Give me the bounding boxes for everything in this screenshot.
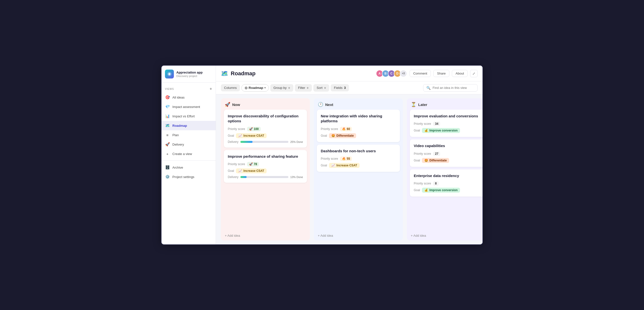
- card-title: Dashboards for non-tech users: [321, 149, 396, 154]
- card-priority-row: Priority score 34: [414, 122, 482, 126]
- search-box[interactable]: 🔍: [423, 84, 478, 92]
- priority-score: 🚀 100: [247, 127, 261, 131]
- roadmap-dropdown-label: Roadmap: [248, 86, 263, 90]
- card-card-1[interactable]: Improve discoverability of configuration…: [224, 110, 307, 148]
- impact-vs-effort-icon: 📊: [165, 114, 170, 119]
- chevron-down-icon: ▾: [264, 86, 266, 89]
- card-goal-row: Goal 📈 Increase CSAT: [321, 163, 396, 168]
- sidebar-item-label: Plan: [172, 133, 179, 137]
- group-by-label: Group by: [274, 86, 287, 90]
- goal-badge: 💰 Improve conversion: [422, 128, 460, 133]
- goal-icon: 🤩: [424, 159, 428, 162]
- sidebar: Appreciation app Discovery project VIEWS…: [162, 66, 216, 244]
- card-title: Video capabilities: [414, 143, 482, 148]
- priority-score: 34: [433, 122, 440, 126]
- sidebar-item-create-view[interactable]: + Create a view: [162, 149, 216, 158]
- columns-button[interactable]: Columns: [221, 84, 240, 91]
- sidebar-divider: [162, 160, 216, 161]
- add-idea-button-next[interactable]: + Add idea: [314, 231, 403, 240]
- delivery-label: Delivery: [228, 140, 238, 144]
- column-header-next: 🕐Next: [314, 98, 403, 110]
- sidebar-item-label: Delivery: [172, 143, 184, 146]
- card-card-4[interactable]: Dashboards for non-tech users Priority s…: [317, 145, 400, 172]
- sidebar-item-label: Impact assessment: [172, 105, 200, 109]
- card-priority-row: Priority score 27: [414, 152, 482, 156]
- app-icon: [165, 70, 174, 79]
- sidebar-nav: 🎯 All ideas 💎 Impact assessment 📊 Impact…: [162, 93, 216, 244]
- app-subtitle: Discovery project: [176, 75, 202, 78]
- add-idea-button-later[interactable]: + Add idea: [407, 231, 482, 240]
- card-card-6[interactable]: Video capabilities Priority score 27 Goa…: [410, 139, 482, 167]
- sidebar-item-project-settings[interactable]: ⚙️ Project settings: [162, 172, 216, 181]
- card-card-2[interactable]: Improve performance of sharing feature P…: [224, 150, 307, 183]
- goal-icon: 📈: [332, 164, 335, 167]
- delivery-icon: 🚀: [165, 142, 170, 147]
- goal-badge: 🤩 Differentiate: [329, 133, 356, 138]
- main-header: 🗺️ Roadmap A B C D +3 Comment Share Abou…: [216, 66, 482, 82]
- goal-label: Goal: [414, 129, 420, 132]
- column-body-now: Improve discoverability of configuration…: [221, 110, 310, 231]
- filter-button[interactable]: Filter +: [295, 84, 312, 92]
- collaborators-avatars: A B C D +3: [376, 70, 407, 77]
- filter-label: Filter: [298, 86, 305, 90]
- card-delivery-row: Delivery 13% Done: [228, 175, 303, 179]
- sidebar-item-archive[interactable]: 🗄️ Archive: [162, 163, 216, 172]
- goal-badge: 🤩 Differentiate: [422, 158, 449, 163]
- sidebar-item-plan[interactable]: ≡ Plan: [162, 130, 216, 140]
- project-settings-icon: ⚙️: [165, 174, 170, 179]
- delivery-bar-fill: [240, 141, 252, 143]
- roadmap-dropdown-icon: ⊙: [244, 86, 248, 90]
- column-icon-now: 🚀: [225, 102, 230, 107]
- sidebar-item-all-ideas[interactable]: 🎯 All ideas: [162, 93, 216, 102]
- sidebar-item-label: Project settings: [172, 175, 194, 179]
- delivery-bar-fill: [240, 176, 246, 178]
- sidebar-item-label: Archive: [172, 166, 183, 169]
- goal-icon: 💰: [424, 129, 428, 132]
- group-by-plus-icon: +: [288, 86, 290, 90]
- sidebar-item-delivery[interactable]: 🚀 Delivery: [162, 140, 216, 149]
- column-label-later: Later: [418, 103, 427, 107]
- card-card-3[interactable]: New integration with video sharing platf…: [317, 110, 400, 142]
- all-ideas-icon: 🎯: [165, 95, 170, 100]
- about-button[interactable]: About: [452, 70, 468, 77]
- add-view-icon[interactable]: +: [210, 87, 212, 91]
- priority-label: Priority score: [414, 152, 431, 155]
- group-by-button[interactable]: Group by +: [270, 84, 294, 92]
- sidebar-item-roadmap[interactable]: 🗺️ Roadmap: [162, 121, 216, 130]
- sidebar-item-label: All ideas: [172, 96, 184, 99]
- add-idea-button-now[interactable]: + Add idea: [221, 231, 310, 240]
- column-icon-later: ⏳: [411, 102, 416, 107]
- sort-label: Sort: [316, 86, 322, 90]
- header-actions: A B C D +3 Comment Share About ⤢: [376, 70, 478, 77]
- delivery-percent: 25% Done: [290, 140, 303, 143]
- roadmap-icon: 🗺️: [165, 123, 170, 128]
- expand-button[interactable]: ⤢: [470, 70, 478, 77]
- share-button[interactable]: Share: [433, 70, 449, 77]
- sort-button[interactable]: Sort +: [313, 84, 329, 92]
- sidebar-item-impact-vs-effort[interactable]: 📊 Impact vs Effort: [162, 111, 216, 121]
- priority-label: Priority score: [228, 127, 245, 131]
- fields-button[interactable]: Fields 3: [331, 84, 349, 91]
- card-title: Improve discoverability of configuration…: [228, 114, 303, 124]
- filter-plus-icon: +: [307, 86, 309, 90]
- priority-icon: 🔥: [342, 127, 346, 131]
- priority-score: 🔥 60: [340, 127, 352, 131]
- card-card-5[interactable]: Improve evaluation and conversions Prior…: [410, 110, 482, 137]
- search-input[interactable]: [432, 86, 474, 90]
- card-goal-row: Goal 💰 Improve conversion: [414, 128, 482, 133]
- card-goal-row: Goal 💰 Improve conversion: [414, 188, 482, 193]
- card-card-7[interactable]: Enterprise data residency Priority score…: [410, 169, 482, 197]
- card-priority-row: Priority score 🚀 78: [228, 162, 303, 166]
- sidebar-item-impact-assessment[interactable]: 💎 Impact assessment: [162, 102, 216, 111]
- goal-icon: 💰: [424, 188, 428, 192]
- sort-plus-icon: +: [324, 86, 326, 90]
- card-goal-row: Goal 🤩 Differentiate: [321, 133, 396, 138]
- priority-icon: 🔥: [342, 157, 346, 160]
- column-icon-next: 🕐: [318, 102, 323, 107]
- card-priority-row: Priority score 🔥 60: [321, 127, 396, 131]
- roadmap-dropdown[interactable]: ⊙ Roadmap ▾: [242, 84, 268, 92]
- delivery-label: Delivery: [228, 175, 238, 179]
- goal-badge: 📈 Increase CSAT: [236, 168, 266, 173]
- goal-icon: 🤩: [332, 134, 335, 137]
- comment-button[interactable]: Comment: [410, 70, 431, 77]
